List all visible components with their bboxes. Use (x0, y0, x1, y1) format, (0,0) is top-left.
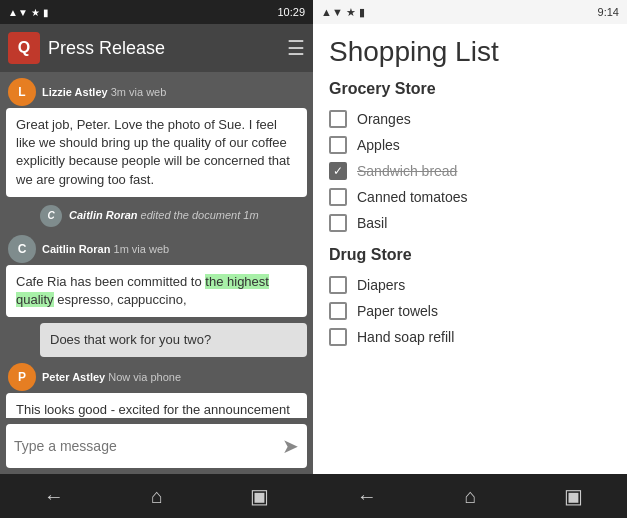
menu-icon[interactable]: ☰ (287, 36, 305, 60)
item-label: Apples (357, 137, 400, 153)
avatar-peter: P (8, 363, 36, 391)
back-button-right[interactable]: ← (357, 485, 377, 508)
home-button-right[interactable]: ⌂ (464, 485, 476, 508)
checkbox-basil[interactable] (329, 214, 347, 232)
time-right: 9:14 (598, 6, 619, 18)
list-item[interactable]: Paper towels (329, 298, 611, 324)
message-input[interactable] (14, 438, 276, 454)
section-grocery: Grocery Store Oranges Apples Sandwich br… (329, 80, 611, 236)
list-item[interactable]: Diapers (329, 272, 611, 298)
message-header-3: C Caitlin Roran 1m via web (6, 235, 307, 263)
message-bubble-3: Cafe Ria has been committed to the highe… (6, 265, 307, 317)
checkbox-sandwich-bread[interactable] (329, 162, 347, 180)
item-label: Basil (357, 215, 387, 231)
list-item[interactable]: Basil (329, 210, 611, 236)
signal-icon: ▲▼ (8, 7, 28, 18)
system-text: Caitlin Roran edited the document 1m (69, 209, 259, 221)
time-left: 10:29 (277, 6, 305, 18)
app-header: Q Press Release ☰ (0, 24, 313, 72)
system-avatar: C (40, 209, 69, 221)
list-item[interactable]: Apples (329, 132, 611, 158)
message-input-area[interactable]: ➤ (6, 424, 307, 468)
section-title-drugstore: Drug Store (329, 246, 611, 264)
nav-bar-right: ← ⌂ ▣ (313, 474, 627, 518)
message-meta-1: Lizzie Astley 3m via web (42, 86, 166, 98)
app-logo: Q (8, 32, 40, 64)
section-drugstore: Drug Store Diapers Paper towels Hand soa… (329, 246, 611, 350)
home-button-left[interactable]: ⌂ (151, 485, 163, 508)
send-button[interactable]: ➤ (282, 434, 299, 458)
list-item[interactable]: Hand soap refill (329, 324, 611, 350)
recent-button-left[interactable]: ▣ (250, 484, 269, 508)
message-header-1: L Lizzie Astley 3m via web (6, 78, 307, 106)
message-group-1: L Lizzie Astley 3m via web Great job, Pe… (6, 78, 307, 197)
avatar-lizzie: L (8, 78, 36, 106)
item-label: Oranges (357, 111, 411, 127)
list-item[interactable]: Canned tomatoes (329, 184, 611, 210)
battery-icon: ▮ (43, 7, 49, 18)
checkbox-apples[interactable] (329, 136, 347, 154)
message-bubble-4: This looks good - excited for the announ… (6, 393, 307, 418)
system-message-caitlin: C Caitlin Roran edited the document 1m (6, 203, 307, 229)
shopping-title: Shopping List (329, 36, 611, 68)
left-panel: ▲▼ ★ ▮ 10:29 Q Press Release ☰ L Lizzie … (0, 0, 313, 518)
status-icons-left: ▲▼ ★ ▮ (8, 7, 49, 18)
list-item[interactable]: Oranges (329, 106, 611, 132)
shopping-content: Shopping List Grocery Store Oranges Appl… (313, 24, 627, 474)
item-label: Sandwich bread (357, 163, 457, 179)
message-group-4: P Peter Astley Now via phone This looks … (6, 363, 307, 418)
message-header-4: P Peter Astley Now via phone (6, 363, 307, 391)
back-button-left[interactable]: ← (44, 485, 64, 508)
wifi-icon: ★ (31, 7, 40, 18)
checkbox-paper-towels[interactable] (329, 302, 347, 320)
status-bar-right: ▲▼ ★ ▮ 9:14 (313, 0, 627, 24)
message-group-3: C Caitlin Roran 1m via web Cafe Ria has … (6, 235, 307, 317)
status-bar-left: ▲▼ ★ ▮ 10:29 (0, 0, 313, 24)
item-label: Canned tomatoes (357, 189, 468, 205)
avatar-caitlin: C (8, 235, 36, 263)
checkbox-canned-tomatoes[interactable] (329, 188, 347, 206)
right-panel: ▲▼ ★ ▮ 9:14 Shopping List Grocery Store … (313, 0, 627, 518)
section-title-grocery: Grocery Store (329, 80, 611, 98)
checkbox-oranges[interactable] (329, 110, 347, 128)
checkbox-diapers[interactable] (329, 276, 347, 294)
message-meta-4: Peter Astley Now via phone (42, 371, 181, 383)
item-label: Paper towels (357, 303, 438, 319)
messages-area: L Lizzie Astley 3m via web Great job, Pe… (0, 72, 313, 418)
message-meta-3: Caitlin Roran 1m via web (42, 243, 169, 255)
checkbox-hand-soap[interactable] (329, 328, 347, 346)
item-label: Diapers (357, 277, 405, 293)
app-title: Press Release (48, 38, 279, 59)
message-bubble-1: Great job, Peter. Love the photo of Sue.… (6, 108, 307, 197)
item-label: Hand soap refill (357, 329, 454, 345)
status-icons-right: ▲▼ ★ ▮ (321, 6, 365, 19)
list-item[interactable]: Sandwich bread (329, 158, 611, 184)
recent-button-right[interactable]: ▣ (564, 484, 583, 508)
nav-bar-left: ← ⌂ ▣ (0, 474, 313, 518)
message-bubble-simple: Does that work for you two? (40, 323, 307, 357)
